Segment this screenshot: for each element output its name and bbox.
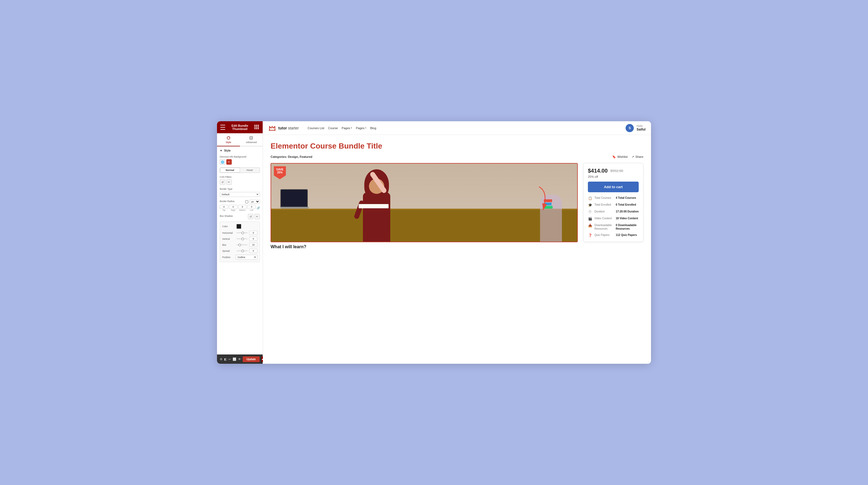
course-info-list: 📋 Total Courses 4 Total Courses 🎓 Total … (588, 196, 639, 237)
save-percent: 25% (277, 171, 283, 174)
settings-toolbar-icon[interactable]: ⚙ (220, 356, 222, 362)
hamburger-icon[interactable] (220, 125, 225, 130)
nav-pages-1[interactable]: Pages ▾ (342, 126, 352, 130)
course-meta-actions: Categories: Design, Featured 🔖 Wishlist … (271, 155, 643, 159)
section-arrow: ▼ (220, 149, 222, 152)
counter-layer (271, 208, 577, 241)
books-stack (544, 199, 553, 208)
globe-icon[interactable]: 🌐 (220, 159, 225, 165)
radius-bottom-group: Bottom (238, 205, 247, 211)
total-enrolled-icon: 🎓 (588, 203, 592, 207)
share-icon: ↗ (631, 155, 634, 159)
discount-info-bg-controls: 🌐 ✏ (220, 159, 260, 165)
radius-icon (245, 200, 248, 203)
user-avatar: S (626, 124, 634, 132)
svg-rect-1 (250, 136, 252, 139)
radius-left-input[interactable] (247, 205, 256, 209)
what-learn-title: What I will learn? (271, 245, 578, 249)
vertical-slider-thumb[interactable] (241, 237, 244, 240)
reset-shadow-icon[interactable]: ↺ (248, 214, 253, 219)
tab-style[interactable]: Style (217, 133, 240, 147)
normal-btn[interactable]: Normal (220, 168, 240, 172)
price-card: $414.00 $552.00 25% off Add to cart 📋 To… (583, 163, 643, 242)
content-grid: SAVE 25% (271, 163, 643, 249)
css-filters-label: CSS Filters (220, 175, 260, 178)
box-shadow-controls: ↺ ✏ (248, 214, 260, 219)
video-key: Video Content (594, 217, 614, 220)
quiz-val: 112 Quiz Papers (616, 233, 637, 237)
responsive-toolbar-icon[interactable]: ⬜ (232, 356, 237, 362)
horizontal-value-input[interactable]: 0 (249, 231, 257, 235)
shadow-color-label: Color (222, 225, 237, 228)
nav-courses-list[interactable]: Courses List (307, 126, 324, 130)
left-panel: Edit Bundle Thumbnail Style (217, 121, 263, 364)
shadow-color-row: Color (222, 224, 257, 229)
blur-slider-track (237, 245, 248, 245)
border-type-label: Border Type (220, 188, 260, 190)
vertical-value-input[interactable]: 0 (249, 237, 257, 241)
border-type-select[interactable]: Default None Solid Dashed (220, 192, 260, 197)
blur-value-input[interactable]: 10 (249, 243, 257, 247)
position-select[interactable]: Outline Inset (236, 255, 257, 260)
nav-pages-2[interactable]: Pages ▾ (356, 126, 366, 130)
pencil-icon[interactable]: ✏ (226, 159, 232, 165)
css-filters-controls: ↺ ✏ (220, 180, 260, 185)
user-name: Saiful (637, 128, 646, 131)
radius-bottom-input[interactable] (238, 205, 247, 209)
history-toolbar-icon[interactable]: ↩ (228, 356, 231, 362)
border-radius-unit-select[interactable]: px % em (250, 200, 260, 204)
shadow-color-swatch[interactable] (237, 224, 241, 229)
box-shadow-label: Box Shadow (220, 215, 233, 217)
categories-link[interactable]: Design, Featured (288, 155, 312, 158)
total-enrolled-val: 0 Total Enrolled (616, 203, 636, 206)
nav-blog[interactable]: Blog (370, 126, 376, 130)
navbar: tutor starter Courses List Course Pages … (263, 121, 651, 135)
discount-info-bg-field: Discount Info Background 🌐 ✏ (220, 155, 260, 165)
tab-advanced[interactable]: Advanced (240, 133, 263, 147)
border-radius-label: Border Radius (220, 200, 235, 203)
panel-title: Edit Bundle Thumbnail (225, 124, 254, 131)
horizontal-slider-thumb[interactable] (241, 232, 244, 234)
style-section-header: ▼ Style (220, 149, 260, 152)
radius-top-input[interactable] (220, 205, 228, 209)
spread-slider-thumb[interactable] (241, 250, 244, 252)
wishlist-icon: 🔖 (612, 155, 616, 159)
price-main: $414.00 (588, 168, 608, 174)
tab-advanced-label: Advanced (246, 141, 257, 143)
save-badge: SAVE 25% (274, 166, 286, 180)
grid-icon[interactable] (254, 125, 259, 130)
link-corners-icon[interactable]: 🔗 (257, 206, 260, 209)
shadow-blur-label: Blur (222, 244, 237, 246)
thumbnail-image (271, 164, 577, 242)
layers-toolbar-icon[interactable]: ◧ (224, 356, 227, 362)
right-column: $414.00 $552.00 25% off Add to cart 📋 To… (583, 163, 643, 242)
wishlist-label: Wishlist (617, 155, 628, 158)
main-area: tutor starter Courses List Course Pages … (263, 121, 651, 364)
hover-btn[interactable]: Hover (240, 168, 260, 172)
spread-value-input[interactable]: 0 (249, 249, 257, 253)
preview-toolbar-icon[interactable]: 👁 (238, 356, 241, 362)
add-to-cart-button[interactable]: Add to cart (588, 182, 639, 192)
nav-course[interactable]: Course (328, 126, 338, 130)
update-button[interactable]: Update (243, 356, 260, 362)
svg-point-6 (274, 130, 276, 131)
edit-shadow-icon[interactable]: ✏ (254, 214, 260, 219)
reset-icon[interactable]: ↺ (220, 180, 225, 185)
edit-icon[interactable]: ✏ (226, 180, 232, 185)
shadow-vertical-row: Vertical 0 (222, 237, 257, 241)
caret-icon-2: ▾ (365, 127, 366, 129)
share-btn[interactable]: ↗ Share (631, 155, 643, 159)
shadow-blur-row: Blur 10 (222, 243, 257, 247)
left-column: SAVE 25% (271, 163, 578, 249)
border-radius-header: Border Radius px % em (220, 200, 260, 204)
wishlist-btn[interactable]: 🔖 Wishlist (612, 155, 628, 159)
blur-slider-thumb[interactable] (238, 244, 241, 246)
border-radius-inputs: Top Right Bottom Left 🔗 (220, 205, 260, 211)
radius-top-group: Top (220, 205, 228, 211)
nav-right: S Hello Saiful (626, 124, 646, 132)
radius-right-input[interactable] (229, 205, 238, 209)
svg-point-5 (269, 130, 270, 131)
info-row-video: 🎬 Video Content 18 Video Content (588, 217, 639, 221)
spread-slider-track (237, 251, 248, 251)
info-row-quiz: ❓ Quiz Papers 112 Quiz Papers (588, 233, 639, 237)
